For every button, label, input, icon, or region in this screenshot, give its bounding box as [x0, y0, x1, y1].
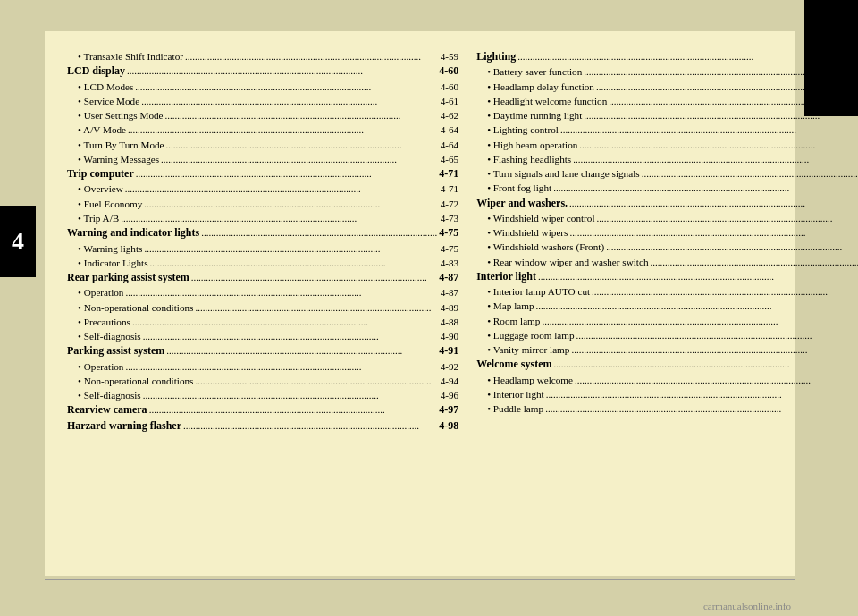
toc-dots: ........................................… — [584, 65, 858, 77]
toc-item: Wiper and washers. .....................… — [476, 196, 858, 211]
toc-item: • Warning lights .......................… — [67, 241, 458, 256]
toc-item: Interior light .........................… — [476, 269, 858, 284]
toc-dots: ........................................… — [136, 167, 437, 179]
toc-item: • Overview .............................… — [67, 181, 458, 196]
toc-item: • Precautions ..........................… — [67, 315, 458, 329]
chapter-number: 4 — [12, 227, 24, 256]
toc-item: Welcome system .........................… — [476, 357, 858, 372]
toc-item-label: • Daytime running light — [487, 108, 582, 122]
toc-dots: ........................................… — [536, 300, 858, 311]
toc-page-number: 4-94 — [441, 374, 459, 388]
toc-item-label: • Map lamp — [487, 299, 534, 313]
toc-item-label: • Turn signals and lane change signals — [487, 166, 639, 181]
toc-dots: ........................................… — [606, 240, 858, 252]
toc-dots: ........................................… — [553, 181, 858, 193]
toc-item-label: • Front fog light — [487, 181, 551, 195]
left-column: • Transaxle Shift Indicator ............… — [67, 49, 458, 558]
toc-item: Trip computer ..........................… — [67, 166, 458, 181]
toc-dots: ........................................… — [125, 360, 438, 372]
toc-item-label: • Non-operational conditions — [78, 374, 193, 388]
toc-item-label: • Self-diagnosis — [78, 329, 141, 343]
toc-dots: ........................................… — [579, 139, 858, 150]
toc-dots: ........................................… — [144, 242, 438, 254]
toc-dots: ........................................… — [166, 344, 437, 356]
toc-dots: ........................................… — [642, 167, 858, 179]
toc-item: • Headlamp delay function ..............… — [476, 80, 858, 94]
toc-item-label: • Luggage room lamp — [487, 328, 574, 342]
toc-page-number: 4-75 — [441, 241, 459, 256]
toc-item-label: • Operation — [78, 359, 123, 374]
toc-page-number: 4-71 — [441, 181, 459, 196]
toc-page-number: 4-64 — [441, 122, 459, 137]
toc-item-label: • Service Mode — [78, 94, 139, 108]
toc-item-label: • Windshield washers (Front) — [487, 240, 604, 254]
toc-item-label: • Battery saver function — [487, 64, 582, 79]
toc-page-number: 4-60 — [439, 63, 458, 79]
toc-page-number: 4-73 — [441, 211, 459, 225]
toc-item: • Turn By Turn Mode ....................… — [67, 138, 458, 152]
toc-page-number: 4-92 — [441, 359, 459, 374]
toc-page-number: 4-72 — [441, 197, 459, 211]
toc-item-label: • Interior lamp AUTO cut — [487, 284, 590, 299]
toc-item-label: Trip computer — [67, 166, 134, 181]
toc-item: • Non-operational conditions ...........… — [67, 374, 458, 388]
chapter-tab: 4 — [0, 206, 36, 277]
toc-dots: ........................................… — [545, 402, 858, 414]
toc-item-label: Interior light — [476, 269, 536, 284]
toc-item: Parking assist system ..................… — [67, 343, 458, 359]
toc-page-number: 4-60 — [441, 80, 459, 94]
toc-item: Rearview camera ........................… — [67, 402, 458, 418]
toc-item-label: • Vanity mirror lamp — [487, 342, 569, 357]
toc-item: • Battery saver function ...............… — [476, 64, 858, 79]
toc-item-label: • Non-operational conditions — [78, 300, 193, 315]
toc-item: • Indicator Lights .....................… — [67, 256, 458, 270]
toc-item: • Interior light .......................… — [476, 387, 858, 401]
toc-item-label: • A/V Mode — [78, 122, 126, 137]
toc-item-label: • Room lamp — [487, 314, 540, 328]
toc-item: • LCD Modes ............................… — [67, 80, 458, 94]
toc-item-label: • LCD Modes — [78, 80, 133, 94]
toc-dots: ........................................… — [651, 256, 858, 267]
toc-page-number: 4-87 — [441, 285, 459, 300]
toc-item-label: • Headlamp welcome — [487, 373, 573, 387]
toc-dots: ........................................… — [191, 271, 437, 283]
divider-line — [45, 579, 795, 580]
toc-item: • Self-diagnosis .......................… — [67, 388, 458, 402]
toc-item: • Service Mode .........................… — [67, 94, 458, 108]
toc-dots: ........................................… — [542, 315, 858, 326]
toc-item: • Windshield wipers ....................… — [476, 225, 858, 240]
toc-page-number: 4-61 — [441, 94, 459, 108]
toc-item: • Fuel Economy .........................… — [67, 197, 458, 211]
toc-page-number: 4-88 — [441, 315, 459, 329]
toc-item: • Non-operational conditions ...........… — [67, 300, 458, 315]
toc-item-label: • Rear window wiper and washer switch — [487, 255, 648, 269]
toc-page-number: 4-97 — [439, 402, 458, 418]
toc-item-label: • Windshield wiper control — [487, 211, 594, 225]
toc-dots: ........................................… — [195, 301, 438, 313]
toc-dots: ........................................… — [127, 64, 437, 76]
toc-item: • Self-diagnosis .......................… — [67, 329, 458, 343]
toc-item-label: • Flashing headlights — [487, 152, 571, 166]
toc-item: Lighting ...............................… — [476, 49, 858, 64]
toc-item-label: • Precautions — [78, 315, 130, 329]
toc-item-label: • Warning lights — [78, 241, 142, 256]
toc-dots: ........................................… — [195, 375, 438, 386]
toc-item-label: Warning and indicator lights — [67, 225, 199, 240]
toc-dots: ........................................… — [143, 330, 439, 342]
toc-dots: ........................................… — [575, 374, 858, 385]
toc-item-label: • Trip A/B — [78, 211, 119, 225]
toc-dots: ........................................… — [596, 80, 858, 92]
toc-dots: ........................................… — [161, 153, 439, 165]
toc-item: Rear parking assist system .............… — [67, 270, 458, 285]
toc-item: LCD display ............................… — [67, 63, 458, 79]
toc-dots: ........................................… — [517, 50, 858, 62]
toc-item: • Windshield wiper control .............… — [476, 211, 858, 225]
toc-item: • Vanity mirror lamp ...................… — [476, 342, 858, 357]
toc-dots: ........................................… — [185, 50, 439, 62]
toc-item: • Room lamp ............................… — [476, 314, 858, 328]
toc-dots: ........................................… — [128, 123, 439, 135]
watermark: carmanualsonline.info — [703, 601, 791, 612]
toc-dots: ........................................… — [201, 226, 437, 238]
toc-item: • Turn signals and lane change signals .… — [476, 166, 858, 181]
toc-item-label: • Windshield wipers — [487, 225, 568, 240]
